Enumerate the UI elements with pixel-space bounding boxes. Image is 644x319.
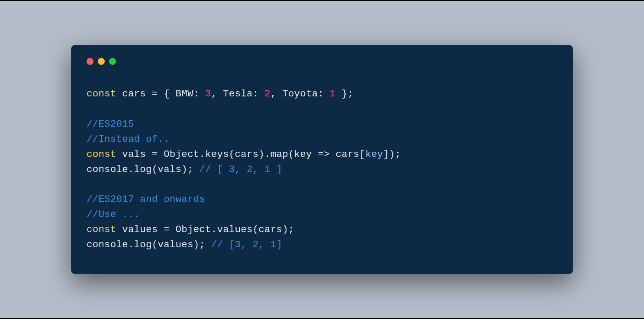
keyword-const: const: [87, 149, 116, 160]
code-line-9: //Use ...: [87, 209, 140, 220]
code-line-10: const values = Object.values(cars);: [87, 224, 294, 235]
code-window: const cars = { BMW: 3, Tesla: 2, Toyota:…: [71, 45, 573, 274]
code-line-11: console.log(values); // [3, 2, 1]: [87, 239, 282, 250]
keyword-const: const: [87, 224, 116, 235]
code-line-3: //ES2015: [87, 118, 134, 130]
keyword-const: const: [87, 88, 116, 99]
code-line-8: //ES2017 and onwards: [87, 194, 205, 205]
code-line-6: console.log(vals); // [ 3, 2, 1 ]: [87, 164, 282, 175]
window-titlebar: [87, 58, 557, 65]
minimize-icon[interactable]: [98, 58, 105, 65]
code-line-1: const cars = { BMW: 3, Tesla: 2, Toyota:…: [87, 88, 354, 99]
code-line-5: const vals = Object.keys(cars).map(key =…: [87, 149, 401, 160]
maximize-icon[interactable]: [109, 58, 116, 65]
close-icon[interactable]: [87, 58, 93, 65]
code-line-4: //Instead of..: [87, 134, 170, 145]
code-block: const cars = { BMW: 3, Tesla: 2, Toyota:…: [87, 86, 557, 252]
